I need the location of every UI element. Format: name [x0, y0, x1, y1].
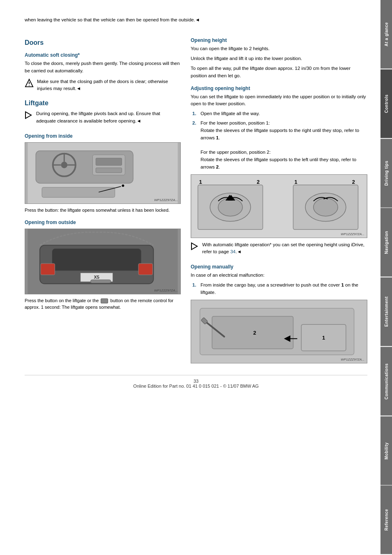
warning-text: Make sure that the closing path of the d…: [37, 78, 181, 92]
step-1-num: 1.: [192, 110, 198, 118]
arrow-2-label: 2: [216, 164, 219, 169]
adjusting-opening-height-title: Adjusting opening height: [191, 86, 367, 91]
warning-box: Make sure that the closing path of the d…: [25, 78, 181, 92]
opening-outside-title: Opening from outside: [25, 220, 181, 225]
manual-step-1: 1. From inside the cargo bay, use a scre…: [192, 282, 367, 296]
opening-inside-image: WP1ZZZ97ZA...: [25, 142, 181, 204]
warning-icon: [25, 79, 34, 88]
manual-opening-image: 2 1: [191, 300, 367, 363]
step-2-content: For the lower position, position 1: Rota…: [201, 120, 367, 171]
opening-height-text2: Unlock the liftgate and lift it up into …: [191, 55, 367, 62]
svg-rect-14: [42, 187, 115, 198]
step-2-num: 2.: [192, 120, 198, 171]
opening-outside-caption: Press the button on the liftgate or the …: [25, 298, 181, 311]
remote-button-icon: [101, 298, 108, 303]
svg-text:1: 1: [295, 178, 297, 185]
page-wrapper: At a glance Controls Driving tips Naviga…: [0, 0, 392, 555]
opening-height-title: Opening height: [191, 37, 367, 43]
opening-manually-text1: In case of an electrical malfunction:: [191, 272, 367, 279]
svg-rect-24: [90, 280, 111, 283]
sidebar-tab-navigation[interactable]: Navigation: [380, 208, 392, 277]
sidebar-tab-communications[interactable]: Communications: [380, 347, 392, 416]
left-column: Doors Automatic soft closing* To close t…: [25, 32, 181, 366]
svg-rect-23: [138, 264, 153, 275]
page-number: 33: [194, 379, 198, 384]
svg-rect-12: [96, 158, 122, 165]
svg-point-28: [218, 198, 242, 216]
svg-marker-36: [191, 243, 197, 250]
copyright-text: Online Edition for Part no. 01 41 0 015 …: [133, 384, 258, 388]
idrive-note-text: With automatic liftgate operation* you c…: [202, 241, 367, 256]
manual-step-1-num: 1.: [192, 282, 198, 296]
idrive-note: With automatic liftgate operation* you c…: [191, 241, 367, 259]
doors-section-title: Doors: [25, 39, 181, 46]
svg-rect-39: [212, 316, 293, 349]
svg-point-7: [61, 162, 67, 168]
opening-height-text1: You can open the liftgate to 2 heights.: [191, 45, 367, 53]
intro-text: when leaving the vehicle so that the veh…: [25, 16, 367, 23]
image-watermark-1: WP1ZZZ97ZA...: [154, 198, 178, 202]
right-column: Opening height You can open the liftgate…: [191, 32, 367, 366]
liftgate-note: During opening, the liftgate pivots back…: [25, 110, 181, 127]
svg-rect-19: [52, 248, 141, 271]
image-watermark-3: WP1ZZZ97ZA...: [341, 232, 364, 236]
arrow-1-label: 1: [216, 135, 219, 140]
adjusting-text1: You can set the liftgate to open immedia…: [191, 93, 367, 108]
sidebar-tab-reference[interactable]: Reference: [380, 486, 392, 554]
step-2: 2. For the lower position, position 1: R…: [192, 120, 367, 171]
sidebar-tab-entertainment[interactable]: Entertainment: [380, 278, 392, 346]
sidebar-tab-controls[interactable]: Controls: [380, 69, 392, 138]
idrive-page-link[interactable]: 34: [230, 249, 235, 254]
note-triangle-idrive-icon: [191, 242, 199, 250]
liftgate-diagram-svg: 1 2 1 2: [191, 175, 367, 238]
auto-soft-closing-title: Automatic soft closing*: [25, 52, 181, 58]
manual-step-1-content: From inside the cargo bay, use a screwdr…: [201, 282, 367, 296]
svg-point-2: [29, 85, 30, 86]
adjusting-steps: 1. Open the liftgate all the way. 2. For…: [192, 110, 367, 171]
svg-text:2: 2: [253, 330, 256, 336]
auto-soft-text: To close the doors, merely push them gen…: [25, 60, 181, 75]
outside-car-svg: X5: [25, 229, 180, 294]
opening-inside-caption: Press the button: the liftgate opens som…: [25, 207, 181, 214]
image-watermark-4: WP1ZZZ97ZA...: [341, 358, 364, 361]
liftgate-diagram-image: 1 2 1 2: [191, 174, 367, 238]
sidebar: At a glance Controls Driving tips Naviga…: [380, 0, 392, 555]
step-1: 1. Open the liftgate all the way.: [192, 110, 367, 118]
manual-steps: 1. From inside the cargo bay, use a scre…: [192, 282, 367, 296]
svg-text:1: 1: [322, 334, 325, 340]
sidebar-tab-mobility[interactable]: Mobility: [380, 416, 392, 485]
opening-inside-title: Opening from inside: [25, 133, 181, 139]
svg-marker-3: [25, 112, 31, 118]
sidebar-tab-at-a-glance[interactable]: At a glance: [380, 0, 392, 69]
svg-text:2: 2: [257, 178, 260, 185]
image-watermark-2: WP1ZZZ97ZA...: [154, 289, 178, 292]
opening-height-text3: To open all the way, pull the liftgate d…: [191, 65, 367, 80]
svg-rect-22: [41, 264, 55, 275]
liftgate-section-title: Liftgate: [25, 99, 181, 107]
two-column-layout: Doors Automatic soft closing* To close t…: [25, 32, 367, 366]
svg-point-33: [314, 198, 338, 216]
opening-manually-title: Opening manually: [191, 264, 367, 270]
page-footer: 33 Online Edition for Part no. 01 41 0 0…: [25, 375, 367, 388]
liftgate-note-text: During opening, the liftgate pivots back…: [36, 110, 181, 125]
svg-text:X5: X5: [94, 275, 99, 280]
manual-diagram-svg: 2 1: [191, 300, 367, 363]
main-content: when leaving the vehicle so that the veh…: [0, 0, 380, 555]
svg-text:1: 1: [199, 178, 202, 185]
opening-outside-image: X5 WP1ZZZ97ZA...: [25, 229, 181, 294]
note-triangle-icon: [25, 111, 33, 119]
step-1-content: Open the liftgate all the way.: [201, 110, 367, 118]
svg-text:2: 2: [352, 178, 355, 185]
inside-car-svg: [25, 143, 180, 204]
svg-rect-13: [96, 168, 122, 173]
sidebar-tab-driving-tips[interactable]: Driving tips: [380, 139, 392, 208]
svg-point-16: [122, 185, 124, 187]
